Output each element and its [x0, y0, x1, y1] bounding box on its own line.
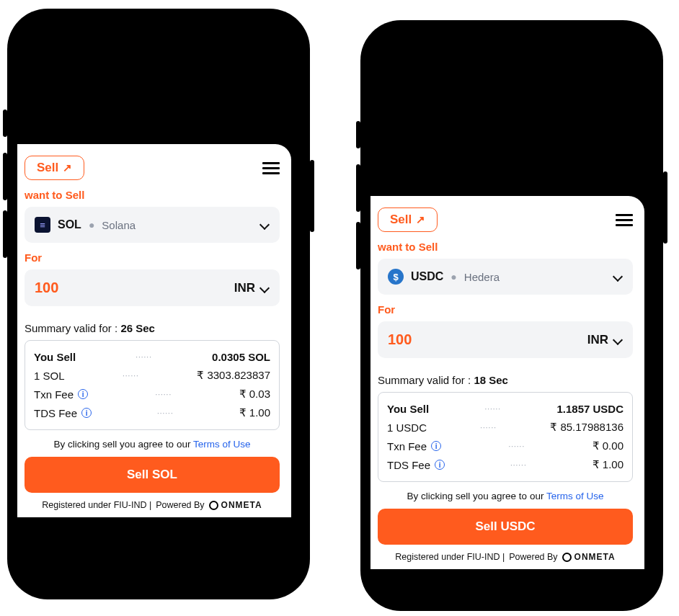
menu-icon[interactable] [616, 214, 633, 226]
amount-row: 100 INR [25, 269, 280, 306]
phone-side-button [356, 164, 360, 212]
sell-button[interactable]: Sell SOL [25, 457, 280, 493]
chevron-down-icon [613, 335, 623, 345]
amount-input[interactable]: 100 [35, 280, 58, 296]
token-symbol: USDC [411, 270, 443, 283]
phone-side-button [356, 222, 360, 269]
usdc-icon [388, 269, 404, 285]
want-to-sell-label: want to Sell [378, 241, 633, 253]
tds-fee-value: ₹ 1.00 [239, 406, 270, 419]
phone-side-button [3, 210, 7, 258]
sell-tab-label: Sell [390, 213, 412, 227]
info-icon[interactable]: i [81, 408, 92, 418]
dots: ······ [508, 442, 525, 450]
onmeta-logo: ONMETA [562, 552, 616, 562]
phone-screen: Sell ↗ want to Sell USDC ● Hedera For [370, 30, 653, 601]
tds-fee-label: TDS Fee i [34, 407, 92, 419]
terms-link[interactable]: Terms of Use [193, 439, 251, 450]
footer-registered: Registered under FIU-IND | [395, 552, 505, 562]
dots: ······ [480, 424, 497, 432]
want-to-sell-label: want to Sell [25, 189, 280, 201]
dots: ······ [484, 405, 501, 413]
summary-valid-text: Summary valid for : 26 Sec [25, 322, 280, 334]
summary-seconds: 26 Sec [120, 322, 155, 334]
dots: ······ [136, 353, 152, 361]
onmeta-logo: ONMETA [209, 500, 262, 510]
token-selector[interactable]: USDC ● Hedera [378, 259, 633, 295]
phone-side-button [3, 110, 7, 137]
terms-prefix: By clicking sell you agree to our [407, 491, 546, 501]
terms-text: By clicking sell you agree to our Terms … [25, 439, 280, 450]
rate-value: ₹ 85.17988136 [550, 421, 623, 434]
sell-tab-label: Sell [37, 161, 58, 175]
phone-frame: Sell ↗ want to Sell USDC ● Hedera For [360, 20, 663, 611]
txn-fee-text: Txn Fee [387, 440, 427, 452]
amount-row: 100 INR [378, 321, 633, 358]
you-sell-value: 0.0305 SOL [212, 351, 270, 363]
rate-label: 1 USDC [387, 421, 427, 434]
footer-powered: Powered By [509, 552, 557, 562]
txn-fee-value: ₹ 0.00 [593, 439, 623, 452]
onmeta-ring-icon [209, 501, 218, 510]
sol-icon [35, 217, 50, 233]
token-chain: Solana [102, 219, 136, 231]
amount-input[interactable]: 100 [388, 331, 412, 348]
txn-fee-label: Txn Fee i [34, 388, 88, 401]
phone-side-button [310, 160, 314, 232]
summary-box: You Sell ······ 0.0305 SOL 1 SOL ······ … [25, 340, 280, 430]
arrow-ne-icon: ↗ [63, 161, 72, 174]
token-symbol: SOL [58, 218, 81, 231]
sell-card: Sell ↗ want to Sell USDC ● Hedera For [370, 196, 644, 569]
menu-icon[interactable] [262, 162, 280, 174]
rate-value: ₹ 3303.823837 [197, 369, 270, 382]
dots: ······ [510, 461, 527, 469]
summary-prefix: Summary valid for : [378, 374, 474, 386]
chevron-down-icon [259, 220, 270, 230]
dot-separator: ● [451, 271, 456, 282]
tds-fee-label: TDS Fee i [387, 459, 445, 471]
txn-fee-value: ₹ 0.03 [239, 388, 270, 401]
tds-fee-text: TDS Fee [387, 459, 430, 471]
chevron-down-icon [613, 272, 623, 282]
sell-tab[interactable]: Sell ↗ [378, 207, 438, 232]
footer: Registered under FIU-IND | Powered By ON… [378, 552, 633, 562]
currency-selector[interactable]: INR [234, 281, 270, 295]
token-chain: Hedera [464, 271, 500, 283]
currency-label: INR [234, 281, 255, 295]
info-icon[interactable]: i [431, 441, 441, 451]
rate-label: 1 SOL [34, 370, 65, 382]
phone-screen: Sell ↗ want to Sell SOL ● Solana For [17, 19, 300, 589]
currency-label: INR [587, 333, 608, 347]
phone-side-button [356, 121, 360, 148]
arrow-ne-icon: ↗ [416, 213, 425, 226]
token-selector[interactable]: SOL ● Solana [25, 207, 280, 243]
dots: ······ [123, 372, 139, 380]
terms-link[interactable]: Terms of Use [546, 491, 604, 501]
chevron-down-icon [259, 283, 270, 293]
summary-valid-text: Summary valid for : 18 Sec [378, 374, 633, 386]
sell-card: Sell ↗ want to Sell SOL ● Solana For [17, 144, 291, 517]
you-sell-label: You Sell [387, 403, 429, 415]
summary-box: You Sell ······ 1.1857 USDC 1 USDC ·····… [378, 392, 633, 482]
footer-registered: Registered under FIU-IND | [42, 500, 151, 510]
you-sell-label: You Sell [34, 351, 76, 363]
phone-side-button [3, 153, 7, 200]
footer: Registered under FIU-IND | Powered By ON… [25, 500, 280, 510]
tds-fee-value: ₹ 1.00 [593, 458, 623, 471]
footer-powered: Powered By [156, 500, 204, 510]
onmeta-ring-icon [562, 553, 572, 562]
for-label: For [378, 303, 633, 316]
info-icon[interactable]: i [435, 460, 445, 470]
summary-prefix: Summary valid for : [25, 322, 120, 334]
sell-button[interactable]: Sell USDC [378, 509, 633, 545]
info-icon[interactable]: i [78, 389, 88, 399]
terms-prefix: By clicking sell you agree to our [54, 439, 193, 450]
for-label: For [25, 251, 280, 264]
tds-fee-text: TDS Fee [34, 407, 77, 419]
sell-tab[interactable]: Sell ↗ [25, 156, 84, 180]
phone-side-button [663, 171, 667, 244]
dot-separator: ● [89, 219, 94, 231]
onmeta-brand-text: ONMETA [221, 500, 262, 510]
currency-selector[interactable]: INR [587, 333, 623, 347]
onmeta-brand-text: ONMETA [574, 552, 616, 562]
